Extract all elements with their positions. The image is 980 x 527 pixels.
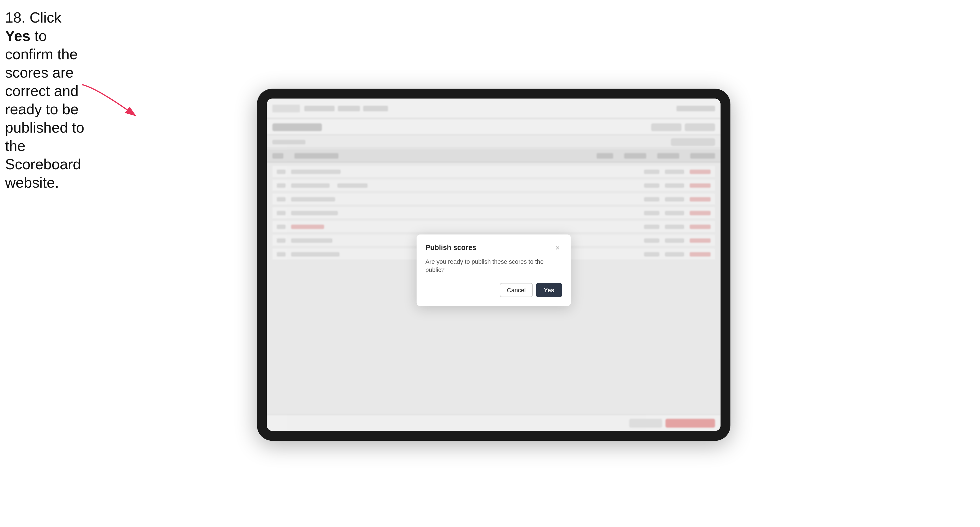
instruction-text: 18. Click Yes to confirm the scores are … xyxy=(5,8,87,192)
publish-scores-dialog: Publish scores × Are you ready to publis… xyxy=(417,234,571,306)
dialog-body-text: Are you ready to publish these scores to… xyxy=(425,257,562,274)
step-number: 18. xyxy=(5,9,25,26)
text-after: to confirm the scores are correct and re… xyxy=(5,28,84,191)
arrow-indicator xyxy=(79,82,169,124)
tablet-screen: Publish scores × Are you ready to publis… xyxy=(267,99,721,431)
dialog-overlay: Publish scores × Are you ready to publis… xyxy=(267,99,721,431)
tablet-device: Publish scores × Are you ready to publis… xyxy=(257,89,730,441)
text-before-bold: Click xyxy=(25,9,61,26)
dialog-title: Publish scores xyxy=(425,243,476,252)
dialog-header: Publish scores × xyxy=(425,243,562,252)
yes-button[interactable]: Yes xyxy=(536,283,562,298)
cancel-button[interactable]: Cancel xyxy=(500,283,533,298)
dialog-action-buttons: Cancel Yes xyxy=(425,283,562,298)
close-icon[interactable]: × xyxy=(553,243,562,252)
bold-word: Yes xyxy=(5,28,30,44)
